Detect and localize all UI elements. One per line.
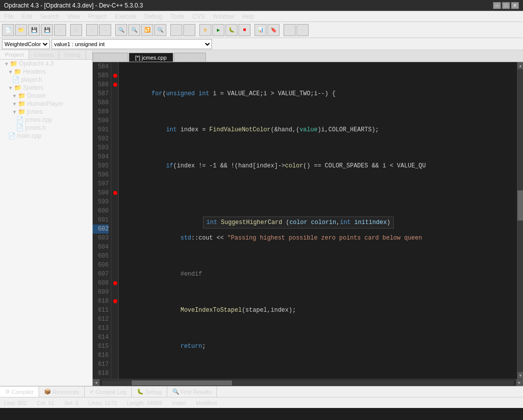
tree-label: jcmes (27, 108, 43, 115)
compilelog-icon: ✔ (90, 388, 94, 395)
menu-help[interactable]: Help (238, 11, 258, 22)
maximize-button[interactable]: □ (502, 2, 510, 9)
menu-edit[interactable]: Edit (18, 11, 36, 22)
folder-icon: 📁 (14, 84, 22, 91)
redo-button[interactable]: ↪ (99, 24, 111, 36)
folder-icon: 📁 (18, 92, 26, 99)
menu-tools[interactable]: Tools (166, 11, 188, 22)
print-button[interactable]: 🖨 (70, 24, 82, 36)
code-content[interactable]: for(unsigned int i = VALUE_ACE;i > VALUE… (119, 62, 517, 379)
tree-item-playerh[interactable]: 📄 player.h (0, 76, 92, 84)
status-modified: Modified (196, 400, 217, 406)
tree-item-spelers[interactable]: ▼ 📁 Spelers (0, 84, 92, 92)
compile-button[interactable]: ⚙ (199, 24, 211, 36)
sidebar-tab-classes[interactable]: Classes (29, 50, 59, 59)
expand-icon: ▼ (4, 61, 9, 67)
bookmarks-button[interactable]: 🔖 (268, 24, 280, 36)
code-line-591: return; (121, 342, 517, 351)
menu-execute[interactable]: Execute (111, 11, 140, 22)
menu-search[interactable]: Search (36, 11, 63, 22)
code-editor[interactable]: 584 585 586 587 588 589 590 591 592 593 … (93, 62, 523, 379)
scroll-left[interactable]: ◄ (93, 379, 100, 386)
step-into-button[interactable]: ↘ (297, 24, 309, 36)
vertical-scrollbar[interactable]: ▲ ▼ (517, 62, 523, 379)
bottom-tab-resources[interactable]: 📦 Resources (39, 386, 85, 397)
find-files-button[interactable]: 🔍 (154, 24, 166, 36)
code-line-590: MoveIndexToStapel(stapel,index); (121, 306, 517, 315)
compiler-icon: ⚙ (5, 388, 10, 395)
save-all-button[interactable]: 💾 (41, 24, 53, 36)
tree-label: Douwe (27, 92, 46, 99)
tree-label: Headers (23, 68, 46, 75)
step-over-button[interactable]: ↓ (284, 24, 296, 36)
tree-item-jcmesh[interactable]: 📄 jcmes.h (0, 124, 92, 132)
status-length: Length: 34888 (127, 400, 162, 406)
dropdown-bar: WeightedColor value1 : unsigned int (0, 38, 523, 50)
indent-button[interactable]: → (170, 24, 182, 36)
new-button[interactable]: 📄 (2, 24, 14, 36)
tab-jcmescpp[interactable]: [*] jcmes.cpp (129, 53, 173, 62)
close-button[interactable]: ✕ (511, 2, 519, 9)
expand-icon: ▼ (8, 69, 13, 75)
run-button[interactable]: ▶ (212, 24, 224, 36)
expand-icon: ▼ (8, 85, 13, 91)
status-line: Line: 602 (4, 400, 27, 406)
folder-icon: 📁 (18, 108, 26, 115)
tree-item-humanplayer[interactable]: ▼ 📁 HumanPlayer (0, 100, 92, 108)
expand-icon: ▼ (12, 109, 17, 115)
tree-item-jcmes[interactable]: ▼ 📁 jcmes (0, 108, 92, 116)
scroll-thumb[interactable] (132, 380, 232, 385)
open-button[interactable]: 📁 (15, 24, 27, 36)
sidebar-tab-debug[interactable]: Debug (59, 50, 86, 59)
bottom-tab-findresults[interactable]: 🔍 Find Results (167, 386, 217, 397)
menu-debug[interactable]: Debug (141, 11, 166, 22)
tree-item-project[interactable]: ▼ 📁 Opdracht 4.3 (0, 60, 92, 68)
minimize-button[interactable]: ─ (493, 2, 501, 9)
bottom-tab-compilelog[interactable]: ✔ Compile Log (85, 386, 132, 397)
menu-view[interactable]: View (63, 11, 84, 22)
undo-button[interactable]: ↩ (86, 24, 98, 36)
tab-maincpp[interactable]: main.cpp (93, 53, 128, 62)
member-dropdown[interactable]: value1 : unsigned int (52, 39, 212, 49)
find-button[interactable]: 🔍 (115, 24, 127, 36)
tree-item-jcmescpp[interactable]: 📄 jcmes.cpp (0, 116, 92, 124)
scroll-right[interactable]: ► (516, 379, 523, 386)
save-button[interactable]: 💾 (28, 24, 40, 36)
sidebar: Project Classes Debug ▼ 📁 Opdracht 4.3 ▼… (0, 50, 93, 386)
sidebar-tab-project[interactable]: Project (0, 50, 29, 59)
folder-icon: 📁 (10, 60, 18, 67)
profile-button[interactable]: 📊 (254, 24, 267, 36)
window-controls[interactable]: ─ □ ✕ (493, 2, 519, 9)
tree-item-maincpp[interactable]: 📄 main.cpp (0, 132, 92, 140)
replace-button[interactable]: 🔁 (141, 24, 153, 36)
status-mode: Insert (172, 400, 186, 406)
bottom-tab-compiler[interactable]: ⚙ Compiler (0, 386, 39, 397)
tree-label: main.cpp (17, 132, 42, 139)
close-button[interactable]: ✕ (54, 24, 66, 36)
tree-label: HumanPlayer (27, 100, 64, 107)
status-bar: Line: 602 Col: 51 Sel: 0 Lines: 1173 Len… (0, 397, 523, 408)
menu-file[interactable]: File (0, 11, 18, 22)
find-next-button[interactable]: 🔍 (128, 24, 140, 36)
menu-bar: File Edit Search View Project Execute De… (0, 11, 523, 22)
code-line-592: } (121, 378, 517, 379)
tab-jcmesh[interactable]: jcmes.h (174, 53, 206, 62)
tree-item-headers[interactable]: ▼ 📁 Headers (0, 68, 92, 76)
unindent-button[interactable]: ← (183, 24, 195, 36)
menu-window[interactable]: Window (209, 11, 238, 22)
class-dropdown[interactable]: WeightedColor (2, 39, 50, 49)
stop-button[interactable]: ■ (238, 24, 250, 36)
breakpoint-column (112, 62, 119, 379)
menu-cvs[interactable]: CVS (188, 11, 209, 22)
code-line-588: std::cout << "Passing highest possible z… (121, 234, 517, 243)
debug-icon: 🐛 (137, 388, 144, 395)
scroll-track[interactable] (102, 380, 514, 385)
horizontal-scrollbar[interactable]: ◄ ► (93, 379, 523, 386)
tree-item-douwe[interactable]: ▼ 📁 Douwe (0, 92, 92, 100)
menu-project[interactable]: Project (84, 11, 111, 22)
debug-button[interactable]: 🐛 (225, 24, 237, 36)
bottom-tab-debug[interactable]: 🐛 Debug (132, 386, 167, 397)
file-tabs: main.cpp [*] jcmes.cpp jcmes.h (93, 50, 523, 62)
code-line-587 (121, 197, 517, 206)
folder-icon: 📁 (18, 100, 26, 107)
